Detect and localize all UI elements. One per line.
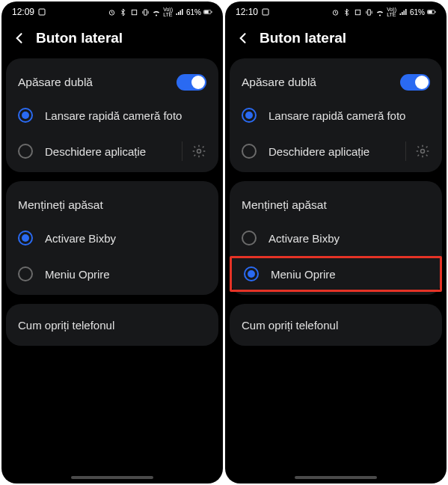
bluetooth-icon — [342, 7, 351, 16]
option-power-menu[interactable]: Meniu Oprire — [230, 256, 442, 292]
signal-icon — [175, 7, 184, 16]
screenshot-icon — [37, 7, 46, 16]
section-double-press: Apăsare dublă Lansare rapidă cameră foto… — [6, 58, 218, 172]
radio-icon — [244, 266, 259, 281]
svg-rect-11 — [428, 10, 432, 13]
bluetooth-icon — [118, 7, 127, 16]
alarm-icon — [331, 7, 340, 16]
nfc-icon — [129, 7, 138, 16]
divider — [405, 141, 406, 161]
radio-icon — [18, 144, 33, 159]
page-header: Buton lateral — [225, 22, 447, 58]
volte-text: Vo))LTE — [387, 7, 396, 17]
divider — [182, 141, 182, 161]
status-time: 12:09 — [12, 7, 34, 17]
option-bixby[interactable]: Activare Bixby — [230, 220, 442, 256]
how-to-power-off[interactable]: Cum opriți telefonul — [6, 307, 218, 343]
battery-text: 61% — [186, 8, 201, 16]
section-how-to-power-off[interactable]: Cum opriți telefonul — [6, 304, 218, 346]
svg-rect-2 — [132, 10, 136, 14]
vibrate-icon — [364, 7, 373, 16]
section-press-hold: Mențineți apăsat Activare Bixby Meniu Op… — [6, 181, 218, 295]
option-quick-launch-camera[interactable]: Lansare rapidă cameră foto — [6, 97, 218, 133]
open-app-settings[interactable] — [415, 144, 430, 159]
vibrate-icon — [141, 7, 150, 16]
page-title: Buton lateral — [36, 30, 123, 46]
double-press-toggle[interactable] — [177, 74, 206, 91]
section-head-press-hold: Mențineți apăsat — [6, 184, 218, 220]
back-button[interactable] — [236, 31, 251, 46]
wifi-icon — [375, 7, 384, 16]
radio-icon — [18, 231, 33, 245]
battery-icon — [427, 7, 436, 16]
page-title: Buton lateral — [260, 30, 346, 46]
status-time: 12:10 — [236, 7, 258, 17]
radio-icon — [242, 108, 257, 123]
battery-icon — [203, 7, 212, 16]
section-press-hold: Mențineți apăsat Activare Bixby Meniu Op… — [230, 181, 442, 295]
option-quick-launch-camera[interactable]: Lansare rapidă cameră foto — [230, 97, 442, 133]
page-header: Buton lateral — [1, 22, 223, 58]
volte-text: Vo))LTE — [163, 7, 173, 17]
svg-rect-12 — [435, 11, 436, 13]
nav-handle[interactable] — [71, 476, 153, 479]
radio-icon — [18, 266, 33, 281]
gear-icon — [415, 144, 430, 159]
svg-rect-5 — [212, 11, 212, 13]
wifi-icon — [152, 7, 161, 16]
option-bixby[interactable]: Activare Bixby — [6, 220, 218, 256]
svg-rect-7 — [263, 9, 269, 15]
phone-left: 12:09 Vo))LTE 61% Buton lateral Apăsare … — [1, 1, 223, 484]
screenshot-icon — [261, 7, 270, 16]
svg-rect-4 — [204, 10, 209, 13]
open-app-settings[interactable] — [191, 144, 206, 159]
phone-right: 12:10 Vo))LTE 61% Buton lateral Apăsare … — [225, 1, 447, 484]
section-double-press: Apăsare dublă Lansare rapidă cameră foto… — [230, 58, 442, 172]
alarm-icon — [107, 7, 116, 16]
radio-icon — [242, 144, 257, 159]
section-how-to-power-off[interactable]: Cum opriți telefonul — [230, 304, 442, 346]
svg-point-6 — [197, 150, 201, 153]
svg-point-13 — [421, 150, 425, 153]
nav-handle[interactable] — [295, 476, 377, 479]
how-to-power-off[interactable]: Cum opriți telefonul — [230, 307, 442, 343]
radio-icon — [242, 231, 257, 245]
radio-icon — [18, 108, 33, 123]
gear-icon — [191, 144, 206, 159]
section-head-double-press: Apăsare dublă — [230, 61, 442, 97]
signal-icon — [399, 7, 408, 16]
option-open-app[interactable]: Deschidere aplicație — [6, 133, 218, 169]
double-press-toggle[interactable] — [400, 74, 430, 91]
back-button[interactable] — [12, 31, 27, 46]
status-bar: 12:09 Vo))LTE 61% — [1, 1, 223, 22]
svg-rect-9 — [355, 10, 360, 14]
battery-text: 61% — [410, 8, 425, 16]
svg-rect-0 — [39, 9, 45, 15]
option-power-menu[interactable]: Meniu Oprire — [6, 256, 218, 292]
section-head-double-press: Apăsare dublă — [6, 61, 218, 97]
section-head-press-hold: Mențineți apăsat — [230, 184, 442, 220]
option-open-app[interactable]: Deschidere aplicație — [230, 133, 442, 169]
nfc-icon — [353, 7, 362, 16]
status-bar: 12:10 Vo))LTE 61% — [225, 1, 447, 22]
